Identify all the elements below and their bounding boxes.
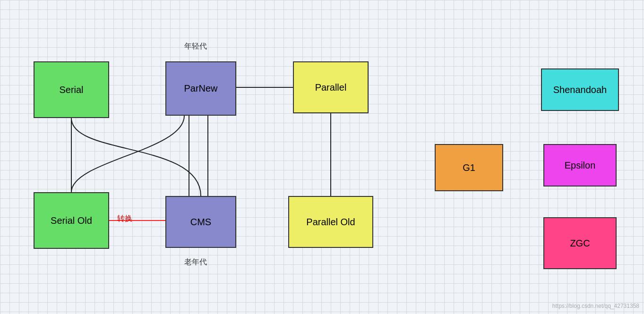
old-gen-label: 老年代 bbox=[184, 257, 207, 267]
cms-box: CMS bbox=[165, 196, 236, 248]
g1-box: G1 bbox=[435, 144, 503, 191]
epsilon-box: Epsilon bbox=[543, 144, 617, 187]
serial-box: Serial bbox=[34, 61, 109, 118]
parallel-box: Parallel bbox=[293, 61, 369, 113]
parallel-old-box: Parallel Old bbox=[288, 196, 373, 248]
young-gen-label: 年轻代 bbox=[184, 42, 207, 51]
convert-label: 转换 bbox=[117, 214, 132, 224]
shenandoah-box: Shenandoah bbox=[541, 68, 619, 111]
serial-old-box: Serial Old bbox=[34, 192, 109, 249]
zgc-box: ZGC bbox=[543, 217, 617, 269]
watermark: https://blog.csdn.net/qq_42731358 bbox=[552, 303, 639, 309]
parnew-box: ParNew bbox=[165, 61, 236, 116]
